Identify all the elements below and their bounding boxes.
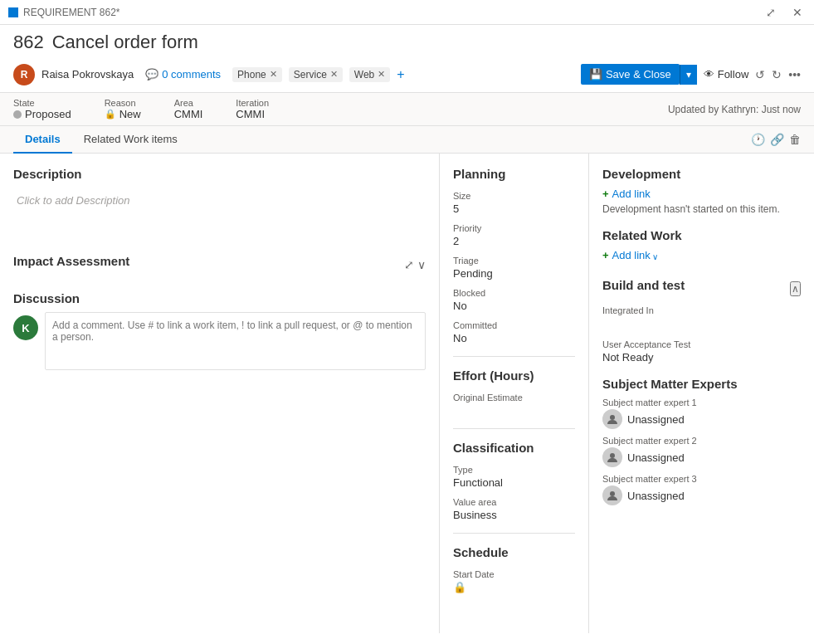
state-label: State bbox=[13, 98, 71, 108]
close-button[interactable]: ✕ bbox=[789, 6, 806, 19]
remove-web-tag-button[interactable]: ✕ bbox=[378, 69, 385, 80]
discussion-section: Discussion K bbox=[13, 291, 426, 370]
value-area-label: Value area bbox=[453, 497, 575, 507]
priority-label: Priority bbox=[453, 223, 575, 233]
original-estimate-value[interactable] bbox=[453, 404, 575, 417]
discussion-avatar: K bbox=[13, 315, 38, 340]
sme-1-value[interactable]: Unassigned bbox=[627, 413, 685, 426]
divider-1 bbox=[453, 356, 575, 357]
left-panel: Description Click to add Description Imp… bbox=[0, 154, 440, 633]
link-button[interactable]: 🔗 bbox=[770, 133, 784, 146]
uat-field: User Acceptance Test Not Ready bbox=[602, 339, 801, 363]
blocked-value[interactable]: No bbox=[453, 300, 575, 312]
comments-count: 0 comments bbox=[162, 68, 221, 80]
planning-title: Planning bbox=[453, 167, 575, 181]
state-value: Proposed bbox=[13, 108, 71, 120]
related-work-chevron-icon: ∨ bbox=[652, 252, 658, 261]
blocked-label: Blocked bbox=[453, 288, 575, 298]
start-date-value[interactable]: 🔒 bbox=[453, 581, 575, 593]
expand-button[interactable]: ⤢ bbox=[404, 258, 414, 271]
impact-header: Impact Assessment ⤢ ∨ bbox=[13, 254, 426, 275]
original-estimate-label: Original Estimate bbox=[453, 393, 575, 402]
committed-value[interactable]: No bbox=[453, 332, 575, 344]
size-value[interactable]: 5 bbox=[453, 202, 575, 215]
build-test-section: Build and test ∧ Integrated In User Acce… bbox=[602, 278, 801, 363]
meta-bar: State Proposed Reason 🔒 New Area CMMI It… bbox=[0, 93, 814, 126]
triage-value[interactable]: Pending bbox=[453, 267, 575, 280]
impact-assessment-section: Impact Assessment ⤢ ∨ bbox=[13, 254, 426, 275]
value-area-value[interactable]: Business bbox=[453, 509, 575, 521]
collapse-button[interactable]: ∨ bbox=[417, 258, 426, 271]
area-value: CMMI bbox=[174, 108, 203, 120]
redo-button[interactable]: ↻ bbox=[772, 68, 782, 81]
divider-2 bbox=[453, 428, 575, 429]
development-empty-text: Development hasn't started on this item. bbox=[602, 203, 801, 215]
related-work-add-link-label: Add link bbox=[612, 249, 651, 261]
subject-matter-experts-section: Subject Matter Experts Subject matter ex… bbox=[602, 377, 801, 505]
save-dropdown-button[interactable]: ▾ bbox=[680, 65, 697, 85]
right-panel: Development + Add link Development hasn'… bbox=[589, 154, 814, 633]
tab-details[interactable]: Details bbox=[13, 126, 72, 154]
sme-3-value[interactable]: Unassigned bbox=[627, 490, 685, 502]
uat-value[interactable]: Not Ready bbox=[602, 351, 801, 363]
tab-actions: 🕐 🔗 🗑 bbox=[751, 133, 801, 146]
discussion-title: Discussion bbox=[13, 291, 426, 305]
related-work-add-link-button[interactable]: + Add link bbox=[602, 249, 651, 261]
more-button[interactable]: ••• bbox=[788, 68, 801, 81]
original-estimate-field: Original Estimate bbox=[453, 393, 575, 417]
area-label: Area bbox=[174, 98, 203, 108]
integrated-in-label: Integrated In bbox=[602, 305, 801, 315]
development-plus-icon: + bbox=[602, 188, 609, 200]
iteration-field: Iteration CMMI bbox=[236, 98, 269, 120]
schedule-title: Schedule bbox=[453, 545, 575, 559]
remove-phone-tag-button[interactable]: ✕ bbox=[270, 69, 277, 80]
impact-assessment-title: Impact Assessment bbox=[13, 254, 129, 268]
build-test-collapse-button[interactable]: ∧ bbox=[790, 281, 801, 296]
integrated-in-value[interactable] bbox=[602, 317, 801, 329]
minimize-button[interactable]: ⤢ bbox=[763, 6, 779, 19]
toolbar-right: 💾 Save & Close ▾ 👁 Follow ↺ ↻ ••• bbox=[581, 64, 801, 85]
triage-field: Triage Pending bbox=[453, 256, 575, 280]
build-test-title: Build and test bbox=[602, 278, 685, 292]
title-bar: REQUIREMENT 862* ⤢ ✕ bbox=[0, 0, 814, 25]
svg-point-0 bbox=[610, 415, 615, 420]
value-area-field: Value area Business bbox=[453, 497, 575, 521]
reason-label: Reason bbox=[105, 98, 141, 108]
title-bar-right: ⤢ ✕ bbox=[763, 6, 806, 19]
integrated-in-field: Integrated In bbox=[602, 305, 801, 329]
sme-2-value[interactable]: Unassigned bbox=[627, 451, 685, 464]
avatar: R bbox=[13, 64, 35, 85]
triage-label: Triage bbox=[453, 256, 575, 266]
save-close-button[interactable]: 💾 Save & Close bbox=[581, 64, 680, 85]
start-date-field: Start Date 🔒 bbox=[453, 569, 575, 593]
title-bar-left: REQUIREMENT 862* bbox=[8, 7, 119, 18]
discussion-input[interactable] bbox=[45, 312, 426, 370]
work-item-title: Cancel order form bbox=[52, 32, 198, 53]
development-add-link-button[interactable]: + Add link bbox=[602, 188, 651, 200]
tab-related-work-items[interactable]: Related Work items bbox=[72, 126, 189, 154]
svg-point-1 bbox=[610, 453, 615, 458]
reason-field: Reason 🔒 New bbox=[105, 98, 141, 120]
priority-value[interactable]: 2 bbox=[453, 235, 575, 247]
delete-button[interactable]: 🗑 bbox=[789, 133, 801, 146]
uat-label: User Acceptance Test bbox=[602, 339, 801, 349]
sme-3-avatar bbox=[602, 485, 622, 505]
description-title: Description bbox=[13, 167, 426, 181]
related-work-plus-icon: + bbox=[602, 249, 609, 261]
tag-phone: Phone ✕ bbox=[232, 67, 282, 82]
effort-title: Effort (Hours) bbox=[453, 368, 575, 383]
history-button[interactable]: 🕐 bbox=[751, 133, 765, 146]
toolbar: R Raisa Pokrovskaya 💬 0 comments Phone ✕… bbox=[0, 56, 814, 93]
related-work-title: Related Work bbox=[602, 228, 801, 242]
type-value[interactable]: Functional bbox=[453, 476, 575, 489]
work-item-number: 862 bbox=[13, 32, 44, 53]
state-dot bbox=[13, 110, 22, 119]
tabs-bar: Details Related Work items 🕐 🔗 🗑 bbox=[0, 126, 814, 154]
undo-button[interactable]: ↺ bbox=[755, 68, 765, 81]
type-label: Type bbox=[453, 465, 575, 475]
follow-button[interactable]: 👁 Follow bbox=[704, 68, 749, 80]
comments-button[interactable]: 💬 0 comments bbox=[140, 66, 226, 83]
remove-service-tag-button[interactable]: ✕ bbox=[330, 69, 338, 80]
description-placeholder[interactable]: Click to add Description bbox=[13, 188, 426, 237]
add-tag-button[interactable]: + bbox=[397, 67, 404, 82]
